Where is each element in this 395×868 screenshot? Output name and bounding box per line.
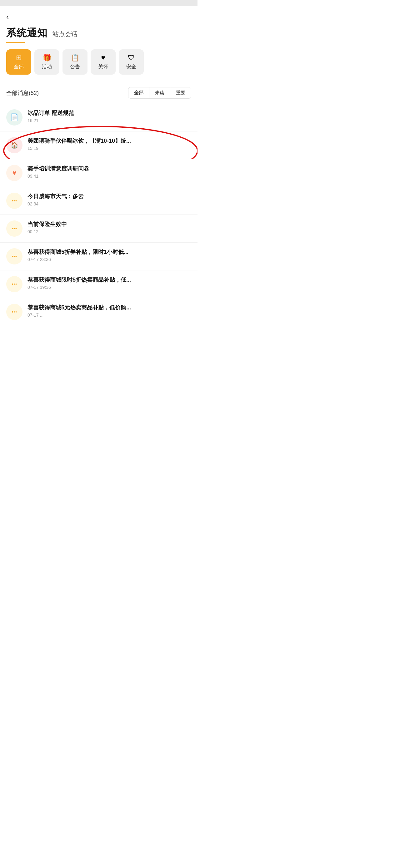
avatar: ••• [6, 193, 23, 209]
message-content: 恭喜获得商城5元热卖商品补贴，低价购... 07-17 ... [28, 304, 191, 317]
avatar-icon: 📄 [10, 113, 19, 121]
message-title: 美团请骑手伙伴喝冰饮，【满10-10】统... [28, 137, 191, 145]
page-title: 系统通知 [6, 26, 48, 40]
avatar-icon: ••• [11, 198, 17, 203]
message-time: 09:41 [28, 174, 191, 179]
care-label: 关怀 [98, 64, 108, 70]
avatar: ••• [6, 248, 23, 265]
message-header: 全部消息(52) 全部 未读 重要 [0, 82, 198, 104]
message-title: 当前保险生效中 [28, 220, 191, 228]
message-item-annotated[interactable]: 🏠 美团请骑手伙伴喝冰饮，【满10-10】统... 15:19 [0, 131, 198, 159]
message-content: 冰品订单 配送规范 16:21 [28, 109, 191, 123]
back-button[interactable]: ‹ [6, 11, 11, 23]
message-item[interactable]: ••• 今日威海市天气：多云 02:34 [0, 187, 198, 215]
message-content: 当前保险生效中 00:12 [28, 220, 191, 234]
category-tab-announcement[interactable]: 📋 公告 [62, 49, 87, 74]
announcement-icon: 📋 [71, 54, 79, 62]
security-icon: 🛡 [128, 54, 135, 62]
status-bar [0, 0, 198, 6]
message-time: 07-17 19:36 [28, 285, 191, 290]
care-icon: ♥ [101, 54, 105, 62]
avatar-icon: ♥ [12, 169, 16, 177]
avatar-icon: ••• [11, 309, 17, 314]
activity-label: 活动 [42, 64, 52, 70]
message-title: 恭喜获得商城限时5折热卖商品补贴，低... [28, 276, 191, 283]
message-time: 02:34 [28, 202, 191, 206]
message-count: 全部消息(52) [6, 89, 39, 97]
message-time: 15:19 [28, 146, 191, 151]
message-item[interactable]: ••• 当前保险生效中 00:12 [0, 215, 198, 243]
message-content: 今日威海市天气：多云 02:34 [28, 193, 191, 206]
message-title: 冰品订单 配送规范 [28, 109, 191, 117]
message-item[interactable]: ••• 恭喜获得商城5折券补贴，限时1小时低... 07-17 23:36 [0, 243, 198, 270]
message-time: 00:12 [28, 229, 191, 234]
message-list: 📄 冰品订单 配送规范 16:21 🏠 美团请骑手伙伴喝冰饮，【满10-10】统… [0, 104, 198, 326]
page-subtitle[interactable]: 站点会话 [53, 30, 78, 38]
title-underline [6, 42, 25, 43]
avatar: 📄 [6, 109, 23, 126]
avatar-icon: 🏠 [10, 142, 19, 149]
message-title: 今日威海市天气：多云 [28, 193, 191, 200]
avatar: 🏠 [6, 137, 23, 153]
avatar: ••• [6, 220, 23, 237]
message-item[interactable]: ••• 恭喜获得商城限时5折热卖商品补贴，低... 07-17 19:36 [0, 270, 198, 298]
message-title: 恭喜获得商城5折券补贴，限时1小时低... [28, 248, 191, 256]
all-icon: ⊞ [16, 54, 22, 62]
category-tab-care[interactable]: ♥ 关怀 [91, 49, 116, 74]
filter-all[interactable]: 全部 [129, 87, 149, 98]
message-item[interactable]: ••• 恭喜获得商城5元热卖商品补贴，低价购... 07-17 ... [0, 298, 198, 326]
message-item[interactable]: ♥ 骑手培训满意度调研问卷 09:41 [0, 159, 198, 187]
all-label: 全部 [14, 64, 24, 70]
avatar: ••• [6, 304, 23, 320]
filter-unread[interactable]: 未读 [149, 87, 170, 98]
header: ‹ 系统通知 站点会话 [0, 6, 198, 43]
filter-important[interactable]: 重要 [170, 87, 191, 98]
category-tab-activity[interactable]: 🎁 活动 [34, 49, 59, 74]
activity-icon: 🎁 [43, 54, 51, 62]
message-time: 16:21 [28, 118, 191, 123]
announcement-label: 公告 [70, 64, 80, 70]
message-time: 07-17 23:36 [28, 257, 191, 262]
message-content: 美团请骑手伙伴喝冰饮，【满10-10】统... 15:19 [28, 137, 191, 151]
category-tabs: ⊞ 全部 🎁 活动 📋 公告 ♥ 关怀 🛡 安全 [0, 49, 198, 80]
avatar-icon: ••• [11, 226, 17, 231]
avatar-icon: ••• [11, 254, 17, 259]
message-item[interactable]: 📄 冰品订单 配送规范 16:21 [0, 104, 198, 131]
filter-buttons: 全部 未读 重要 [128, 87, 191, 99]
message-content: 骑手培训满意度调研问卷 09:41 [28, 165, 191, 179]
message-title: 恭喜获得商城5元热卖商品补贴，低价购... [28, 304, 191, 311]
message-content: 恭喜获得商城限时5折热卖商品补贴，低... 07-17 19:36 [28, 276, 191, 290]
message-time: 07-17 ... [28, 313, 191, 317]
category-tab-all[interactable]: ⊞ 全部 [6, 49, 31, 74]
avatar-icon: ••• [11, 282, 17, 287]
message-content: 恭喜获得商城5折券补贴，限时1小时低... 07-17 23:36 [28, 248, 191, 262]
category-tab-security[interactable]: 🛡 安全 [119, 49, 144, 74]
avatar: ••• [6, 276, 23, 292]
security-label: 安全 [126, 64, 136, 70]
message-title: 骑手培训满意度调研问卷 [28, 165, 191, 172]
avatar: ♥ [6, 165, 23, 181]
